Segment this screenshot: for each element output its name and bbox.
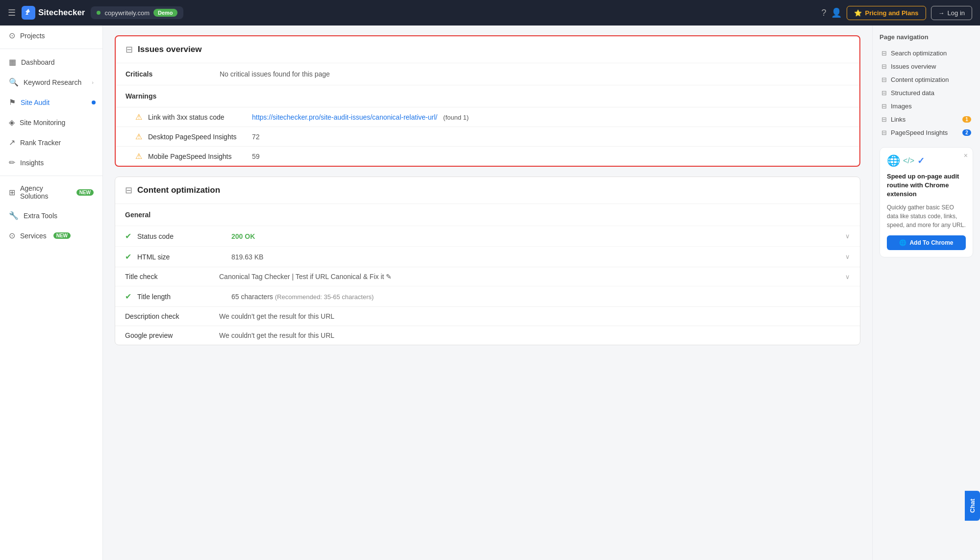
sidebar-item-agency-solutions[interactable]: ⊞ Agency Solutions NEW [0,179,102,205]
google-preview-group: Google preview We couldn't get the resul… [115,326,860,345]
login-button[interactable]: → Log in [931,6,972,20]
new-badge: NEW [76,189,94,196]
logo-icon [22,6,35,20]
chrome-card-close-button[interactable]: × [964,152,968,159]
html-size-check-icon: ✔ [125,252,131,261]
content-opt-icon: ⊟ [125,185,132,196]
html-size-label: HTML size [137,253,226,261]
warning-value-1: https://sitechecker.pro/site-audit-issue… [252,113,469,121]
hamburger-icon[interactable]: ☰ [8,7,16,18]
warning-label-1: Link with 3xx status code [148,113,246,121]
notification-dot [92,101,96,104]
site-name: copywritely.com [104,9,150,17]
warning-icon-2: ⚠ [135,132,142,141]
content-opt-nav-icon: ⊟ [881,76,887,83]
sidebar-item-label: Services [20,232,47,240]
html-size-value: 819.63 KB [231,253,839,261]
app-body: ⊙ Projects ▦ Dashboard 🔍 Keyword Researc… [0,25,980,560]
sidebar-item-projects[interactable]: ⊙ Projects [0,25,102,46]
content-opt-title: Content optimization [137,185,220,195]
images-nav-label: Images [891,102,912,110]
sidebar: ⊙ Projects ▦ Dashboard 🔍 Keyword Researc… [0,25,103,560]
nav-item-links[interactable]: ⊟ Links 1 [879,113,973,126]
chat-label: Chat [969,499,976,513]
nav-item-search-opt[interactable]: ⊟ Search optimization [879,47,973,60]
login-label: Log in [948,9,965,17]
status-code-row: ✔ Status code 200 OK ∨ [115,226,860,246]
sidebar-item-rank-tracker[interactable]: ↗ Rank Tracker [0,132,102,153]
nav-item-images[interactable]: ⊟ Images [879,100,973,113]
nav-item-issues-overview[interactable]: ⊟ Issues overview [879,60,973,73]
criticals-label: Criticals [126,70,214,78]
chrome-card-title: Speed up on-page audit routine with Chro… [887,172,966,199]
content-optimization-header: ⊟ Content optimization [115,177,860,204]
warning-link-1[interactable]: https://sitechecker.pro/site-audit-issue… [252,113,437,121]
sidebar-item-label: Projects [20,32,45,40]
google-preview-value: We couldn't get the result for this URL [219,331,850,339]
criticals-row: Criticals No critical issues found for t… [116,63,859,85]
chrome-extension-card: × 🌐 </> ✓ Speed up on-page audit routine… [879,147,973,257]
rank-tracker-icon: ↗ [9,138,15,147]
title-length-check-icon: ✔ [125,292,131,301]
found-badge-1: (found 1) [443,114,469,121]
chrome-btn-label: Add To Chrome [909,239,953,246]
pagespeed-nav-label: PageSpeed Insights [891,129,948,136]
warning-item-1: ⚠ Link with 3xx status code https://site… [116,107,859,127]
add-to-chrome-button[interactable]: 🌐 Add To Chrome [887,235,966,250]
help-button[interactable]: ? [821,8,826,18]
sidebar-item-site-monitoring[interactable]: ◈ Site Monitoring [0,112,102,132]
issues-overview-nav-icon: ⊟ [881,63,887,70]
content-optimization-section: ⊟ Content optimization General ✔ Status … [115,177,860,345]
sidebar-item-extra-tools[interactable]: 🔧 Extra Tools [0,205,102,226]
warning-label-2: Desktop PageSpeed Insights [148,133,246,141]
sidebar-item-insights[interactable]: ✏ Insights [0,153,102,173]
code-icon: </> [903,156,914,165]
nav-item-pagespeed[interactable]: ⊟ PageSpeed Insights 2 [879,126,973,139]
title-length-label: Title length [137,293,226,301]
structured-data-nav-label: Structured data [891,89,934,97]
nav-item-structured-data[interactable]: ⊟ Structured data [879,86,973,100]
status-code-value: 200 OK [231,232,839,240]
images-nav-icon: ⊟ [881,102,887,110]
title-length-value: 65 characters (Recommended: 35-65 charac… [231,293,850,301]
html-size-chevron-icon[interactable]: ∨ [845,253,850,260]
warning-icon-1: ⚠ [135,112,142,122]
sidebar-item-label: Insights [20,159,44,167]
warning-value-2: 72 [252,133,260,141]
site-badge[interactable]: copywritely.com Demo [91,6,183,19]
chat-button[interactable]: Chat [965,491,980,521]
issues-overview-section: ⊟ Issues overview Criticals No critical … [115,35,860,167]
site-monitoring-icon: ◈ [9,118,15,127]
description-check-row: Description check We couldn't get the re… [115,307,860,326]
links-nav-badge: 1 [962,116,971,123]
chrome-card-icons: 🌐 </> ✓ [887,154,966,167]
chevron-icon: › [92,79,94,85]
links-nav-label: Links [891,116,905,123]
warning-item-3: ⚠ Mobile PageSpeed Insights 59 [116,147,859,166]
title-check-group: Title check Canonical Tag Checker | Test… [115,267,860,307]
sidebar-item-site-audit[interactable]: ⚑ Site Audit [0,92,102,112]
nav-item-content-opt[interactable]: ⊟ Content optimization [879,73,973,86]
sidebar-item-label: Rank Tracker [20,139,61,147]
user-button[interactable]: 👤 [831,7,842,18]
google-preview-label: Google preview [125,331,213,339]
general-group: General ✔ Status code 200 OK ∨ ✔ HTML si… [115,204,860,267]
description-check-label: Description check [125,312,213,320]
sidebar-item-services[interactable]: ⊙ Services NEW [0,226,102,246]
sidebar-item-keyword-research[interactable]: 🔍 Keyword Research › [0,72,102,92]
chrome-icon: 🌐 [887,154,900,167]
top-nav: ☰ Sitechecker copywritely.com Demo ? 👤 ⭐… [0,0,980,25]
sidebar-item-dashboard[interactable]: ▦ Dashboard [0,52,102,72]
warning-item-2: ⚠ Desktop PageSpeed Insights 72 [116,127,859,147]
sidebar-item-label: Keyword Research [24,78,81,86]
title-length-recommended: (Recommended: 35-65 characters) [275,293,374,301]
structured-data-nav-icon: ⊟ [881,89,887,97]
pricing-button[interactable]: ⭐ Pricing and Plans [847,6,926,20]
status-code-chevron-icon[interactable]: ∨ [845,232,850,240]
warnings-label: Warnings [126,92,214,100]
warning-icon-3: ⚠ [135,152,142,161]
title-check-chevron-icon[interactable]: ∨ [845,273,850,280]
issues-overview-title: Issues overview [138,45,201,54]
chrome-btn-icon: 🌐 [899,239,906,246]
description-check-value: We couldn't get the result for this URL [219,312,850,320]
